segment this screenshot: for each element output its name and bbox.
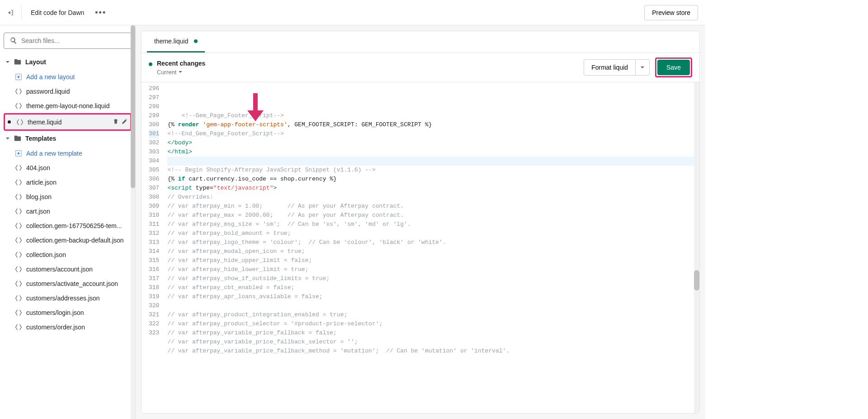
- file-label: password.liquid: [26, 88, 130, 95]
- page-title: Edit code for Dawn: [31, 9, 84, 16]
- rename-file-button[interactable]: [121, 118, 128, 126]
- file-item[interactable]: theme.gem-layout-none.liquid: [4, 99, 132, 113]
- delete-file-button[interactable]: [112, 118, 119, 126]
- tree-section-layout[interactable]: Layout: [4, 54, 132, 70]
- tab-label: theme.liquid: [154, 38, 189, 45]
- modified-dot-icon: [194, 39, 198, 43]
- back-button[interactable]: [7, 5, 22, 20]
- recent-changes-label: Recent changes: [157, 60, 205, 67]
- file-item[interactable]: cart.json: [4, 204, 132, 219]
- file-item[interactable]: theme.liquid: [4, 113, 132, 131]
- file-item[interactable]: collection.gem-1677506256-tem...: [4, 219, 132, 233]
- file-item[interactable]: 404.json: [4, 161, 132, 175]
- file-label: Add a new layout: [26, 73, 130, 81]
- save-button-highlight: Save: [655, 57, 692, 77]
- file-item[interactable]: customers/account.json: [4, 262, 132, 276]
- file-label: Add a new template: [26, 150, 130, 157]
- file-label: customers/addresses.json: [26, 295, 130, 302]
- file-label: article.json: [26, 179, 130, 186]
- file-label: theme.gem-layout-none.liquid: [26, 102, 130, 110]
- file-label: collection.gem-backup-default.json: [26, 237, 130, 244]
- file-label: cart.json: [26, 208, 130, 215]
- file-item[interactable]: collection.gem-backup-default.json: [4, 233, 132, 248]
- format-liquid-button[interactable]: Format liquid: [584, 59, 636, 76]
- file-item[interactable]: Add a new template: [4, 146, 132, 161]
- file-item[interactable]: blog.json: [4, 190, 132, 204]
- editor-tab-active[interactable]: theme.liquid: [147, 31, 205, 52]
- modified-dot-icon: [8, 120, 11, 124]
- version-dropdown[interactable]: Current: [157, 69, 205, 76]
- editor-toolbar: Recent changes Current Format liquid: [142, 53, 699, 82]
- caret-down-icon: [640, 65, 645, 70]
- file-label: blog.json: [26, 193, 130, 200]
- file-item[interactable]: collection.json: [4, 248, 132, 262]
- file-label: collection.gem-1677506256-tem...: [26, 222, 130, 229]
- format-dropdown-button[interactable]: [636, 59, 650, 76]
- file-label: customers/activate_account.json: [26, 280, 130, 287]
- code-content[interactable]: <!--Gem_Page_Footer_Script-->{% render '…: [164, 82, 699, 413]
- topbar: Edit code for Dawn ••• Preview store: [0, 0, 705, 25]
- file-item[interactable]: customers/login.json: [4, 305, 132, 320]
- search-icon: [9, 37, 18, 45]
- line-gutter: 2962972982993003013023033043053063073083…: [142, 82, 164, 413]
- file-label: 404.json: [26, 164, 130, 171]
- editor-scrollbar[interactable]: [694, 82, 699, 413]
- file-item[interactable]: customers/addresses.json: [4, 291, 132, 305]
- editor-pane: theme.liquid Recent changes Current: [136, 25, 705, 419]
- save-button[interactable]: Save: [657, 60, 690, 75]
- file-sidebar: LayoutAdd a new layoutpassword.liquidthe…: [0, 25, 136, 419]
- file-label: theme.liquid: [28, 119, 108, 126]
- tree-section-templates[interactable]: Templates: [4, 131, 132, 146]
- exit-icon: [7, 8, 14, 17]
- preview-store-button[interactable]: Preview store: [644, 5, 698, 20]
- code-editor[interactable]: 2962972982993003013023033043053063073083…: [142, 82, 699, 413]
- recent-changes-dot-icon: [149, 62, 152, 66]
- more-button[interactable]: •••: [91, 6, 110, 19]
- sidebar-scrollbar[interactable]: [131, 25, 135, 419]
- search-input-wrapper[interactable]: [4, 33, 132, 49]
- file-label: customers/login.json: [26, 309, 130, 316]
- file-item[interactable]: customers/order.json: [4, 320, 132, 334]
- caret-down-icon: [178, 70, 183, 74]
- file-item[interactable]: Add a new layout: [4, 70, 132, 84]
- editor-tabs: theme.liquid: [142, 31, 699, 53]
- search-input[interactable]: [21, 37, 126, 44]
- file-label: customers/account.json: [26, 266, 130, 273]
- file-label: collection.json: [26, 251, 130, 258]
- file-item[interactable]: article.json: [4, 175, 132, 190]
- file-label: customers/order.json: [26, 324, 130, 331]
- file-item[interactable]: customers/activate_account.json: [4, 276, 132, 291]
- file-item[interactable]: password.liquid: [4, 84, 132, 99]
